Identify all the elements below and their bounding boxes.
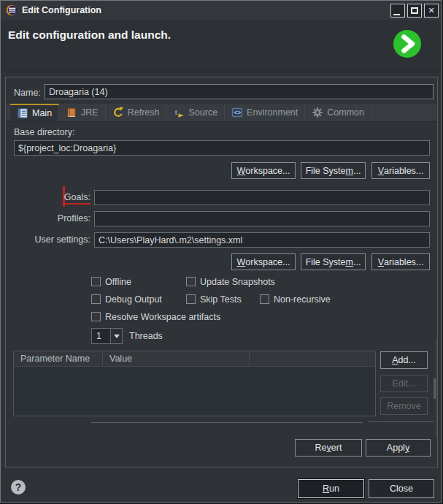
book-icon — [66, 107, 77, 118]
tab-main[interactable]: Main — [10, 104, 59, 121]
file-system-button[interactable]: File System... — [301, 162, 366, 179]
update-snapshots-checkbox[interactable] — [186, 277, 196, 286]
remove-parameter-button[interactable]: Remove — [380, 397, 428, 415]
chevron-down-icon — [114, 335, 120, 338]
tab-common[interactable]: Common — [305, 104, 371, 121]
gear-icon — [312, 107, 323, 118]
debug-output-label: Debug Output — [105, 294, 162, 305]
column-header-empty — [250, 351, 375, 366]
skip-tests-checkbox[interactable] — [186, 294, 196, 304]
resolve-workspace-artifacts-checkbox[interactable] — [91, 312, 101, 321]
tab-refresh[interactable]: Refresh — [106, 104, 167, 121]
tab-source-label: Source — [189, 107, 218, 118]
variables-button[interactable]: Variables... — [371, 162, 430, 179]
non-recursive-checkbox[interactable] — [260, 294, 269, 304]
tab-jre[interactable]: JRE — [59, 104, 106, 121]
minimize-icon — [393, 14, 400, 15]
base-directory-input[interactable] — [14, 140, 430, 156]
tab-jre-label: JRE — [81, 107, 99, 118]
resolve-workspace-artifacts-label: Resolve Workspace artifacts — [105, 312, 220, 322]
close-icon: ✕ — [428, 6, 434, 15]
svg-text:t: t — [174, 107, 177, 116]
column-header-value: Value — [103, 351, 250, 366]
source-lookup-icon: t — [174, 107, 185, 118]
profiles-label: Profiles: — [1, 213, 90, 224]
revert-button[interactable]: Revert — [295, 439, 362, 457]
debug-output-checkbox[interactable] — [91, 294, 101, 304]
minimize-button[interactable] — [390, 4, 405, 18]
threads-value[interactable]: 1 — [92, 329, 110, 343]
skip-tests-label: Skip Tests — [200, 294, 242, 305]
goals-label-wrap: Goals: — [1, 192, 90, 202]
close-dialog-button[interactable]: Close — [369, 479, 434, 498]
dialog-header-banner: Edit configuration and launch. — [1, 20, 441, 72]
tab-source[interactable]: t Source — [167, 104, 226, 121]
threads-label: Threads — [129, 331, 163, 341]
maximize-button[interactable] — [407, 4, 422, 18]
environment-variables-icon: <> — [231, 107, 243, 118]
run-launch-icon — [393, 29, 422, 58]
help-button[interactable]: ? — [11, 480, 26, 495]
column-header-parameter-name: Parameter Name — [14, 351, 103, 366]
parameter-table-header: Parameter Name Value — [14, 351, 375, 367]
horizontal-sash-2[interactable] — [369, 421, 434, 422]
tab-refresh-label: Refresh — [128, 107, 160, 118]
file-system-button-2[interactable]: File System... — [301, 253, 366, 270]
workspace-button[interactable]: Workspace... — [231, 162, 296, 179]
vertical-scrollbar-thumb[interactable] — [434, 378, 436, 399]
refresh-icon — [112, 107, 124, 118]
tab-common-label: Common — [327, 107, 364, 118]
tab-environment-label: Environment — [247, 107, 298, 118]
offline-checkbox[interactable] — [91, 277, 101, 286]
base-directory-label: Base directory: — [14, 127, 74, 137]
non-recursive-label: Non-recursive — [274, 294, 331, 305]
apply-button[interactable]: Apply — [366, 439, 431, 457]
variables-button-2[interactable]: Variables... — [371, 253, 430, 270]
tab-bar: Main JRE Refresh t Source — [6, 104, 436, 122]
workspace-button-2[interactable]: Workspace... — [231, 253, 296, 270]
threads-spinner: 1 — [91, 328, 123, 344]
help-icon: ? — [15, 481, 22, 493]
close-button[interactable]: ✕ — [424, 4, 439, 18]
threads-dropdown-button[interactable] — [110, 329, 122, 343]
goals-label: Goals: — [64, 192, 90, 205]
tab-main-label: Main — [32, 108, 52, 118]
name-label: Name: — [14, 88, 41, 98]
eclipse-logo-icon — [6, 4, 18, 16]
window-title: Edit Configuration — [22, 5, 101, 15]
header-message: Edit configuration and launch. — [8, 28, 171, 42]
form-icon — [17, 107, 28, 119]
maximize-icon — [411, 7, 418, 14]
offline-label: Offline — [105, 277, 131, 287]
name-input[interactable] — [45, 84, 434, 99]
user-settings-label: User settings: — [1, 234, 90, 245]
goals-input[interactable] — [94, 190, 430, 205]
update-snapshots-label: Update Snapshots — [200, 277, 275, 287]
parameter-table[interactable]: Parameter Name Value — [13, 351, 376, 416]
svg-text:<>: <> — [234, 109, 242, 116]
run-button[interactable]: Run — [298, 479, 364, 498]
edit-parameter-button[interactable]: Edit... — [380, 375, 428, 392]
tab-environment[interactable]: <> Environment — [225, 104, 305, 121]
profiles-input[interactable] — [94, 211, 430, 226]
title-bar[interactable]: Edit Configuration — [1, 1, 441, 20]
horizontal-sash[interactable] — [91, 422, 363, 423]
edit-configuration-dialog: Edit Configuration ✕ Edit configuration … — [0, 0, 442, 503]
user-settings-input[interactable] — [94, 232, 430, 248]
add-parameter-button[interactable]: Add... — [380, 351, 428, 369]
